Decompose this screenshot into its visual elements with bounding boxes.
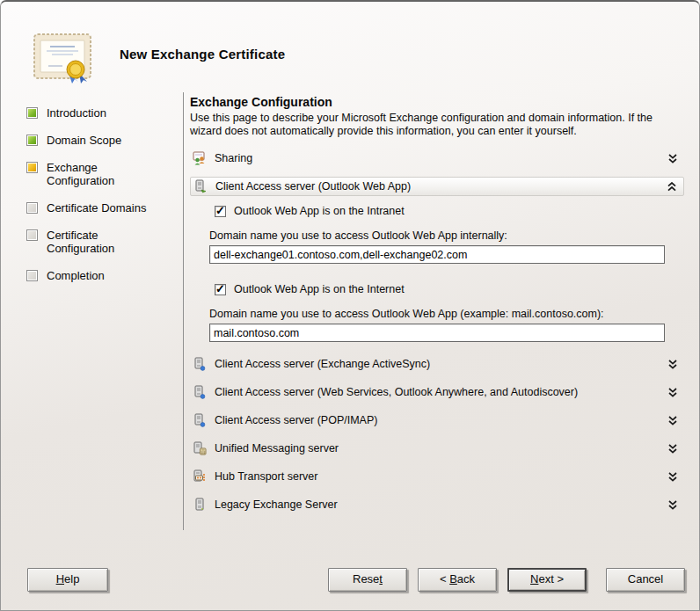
section-client-access-web-services[interactable]: Client Access server (Web Services, Outl… xyxy=(190,382,684,402)
checkmark-icon: ✓ xyxy=(215,204,225,217)
section-client-access-pop-imap[interactable]: Client Access server (POP/IMAP) xyxy=(190,411,684,430)
section-label: Client Access server (Outlook Web App) xyxy=(215,180,411,193)
sharing-icon xyxy=(193,151,207,165)
step-done-indicator xyxy=(26,135,38,146)
checkmark-icon: ✓ xyxy=(215,282,225,295)
owa-intranet-row: ✓ Outlook Web App is on the Intranet xyxy=(215,205,684,217)
expand-chevron-icon[interactable] xyxy=(668,444,677,454)
section-legacy-exchange[interactable]: Legacy Exchange Server xyxy=(190,495,684,514)
owa-intranet-checkbox[interactable]: ✓ xyxy=(215,206,226,217)
owa-internet-row: ✓ Outlook Web App is on the Internet xyxy=(215,283,684,295)
certificate-icon xyxy=(33,31,94,89)
section-label: Sharing xyxy=(215,152,252,164)
section-heading: Exchange Configuration xyxy=(190,95,684,109)
next-button[interactable]: Next > xyxy=(507,568,587,592)
expand-chevron-icon[interactable] xyxy=(668,472,677,482)
button-text: elp xyxy=(64,572,79,586)
main-panel: Exchange Configuration Use this page to … xyxy=(190,95,684,523)
cancel-button[interactable]: Cancel xyxy=(606,568,685,592)
step-label: Certificate Configuration xyxy=(47,229,161,255)
step-label: Certificate Domains xyxy=(47,201,146,215)
new-exchange-certificate-wizard: New Exchange Certificate Introduction Do… xyxy=(0,0,700,611)
owa-intranet-checkbox-label: Outlook Web App is on the Intranet xyxy=(234,205,405,217)
owa-section-content: ✓ Outlook Web App is on the Intranet Dom… xyxy=(190,205,684,342)
owa-internal-domain-input[interactable] xyxy=(209,245,665,264)
button-mnemonic: t xyxy=(379,572,383,586)
step-certificate-configuration: Certificate Configuration xyxy=(26,229,176,255)
section-label: Unified Messaging server xyxy=(215,442,339,455)
step-completion: Completion xyxy=(26,269,176,282)
client-access-server-icon xyxy=(193,179,208,193)
sidebar-divider xyxy=(183,92,184,530)
button-mnemonic: N xyxy=(530,572,538,586)
section-label: Client Access server (POP/IMAP) xyxy=(215,414,377,426)
collapse-chevron-icon[interactable] xyxy=(667,182,676,192)
expand-chevron-icon[interactable] xyxy=(668,360,677,369)
step-introduction: Introduction xyxy=(26,106,176,120)
owa-external-domain-input[interactable] xyxy=(209,324,665,342)
hub-transport-server-icon xyxy=(193,469,207,484)
step-domain-scope: Domain Scope xyxy=(26,134,176,147)
step-current-indicator xyxy=(26,162,38,173)
step-label: Exchange Configuration xyxy=(47,161,161,187)
section-label: Legacy Exchange Server xyxy=(215,498,338,511)
section-label: Client Access server (Web Services, Outl… xyxy=(215,386,578,398)
section-label: Hub Transport server xyxy=(215,470,317,483)
expand-chevron-icon[interactable] xyxy=(668,416,677,426)
expand-chevron-icon[interactable] xyxy=(668,154,677,164)
section-unified-messaging[interactable]: Unified Messaging server xyxy=(190,439,684,458)
section-sharing[interactable]: Sharing xyxy=(190,149,684,168)
button-text: ext > xyxy=(538,572,564,586)
reset-button[interactable]: Reset xyxy=(328,568,407,592)
wizard-steps: Introduction Domain Scope Exchange Confi… xyxy=(26,106,176,296)
expand-chevron-icon[interactable] xyxy=(668,500,677,510)
section-client-access-owa[interactable]: Client Access server (Outlook Web App) xyxy=(190,177,684,196)
help-button[interactable]: Help xyxy=(27,568,108,592)
section-description: Use this page to describe your Microsoft… xyxy=(190,112,672,138)
step-certificate-domains: Certificate Domains xyxy=(26,201,176,215)
button-text: < xyxy=(440,572,449,586)
step-exchange-configuration: Exchange Configuration xyxy=(26,161,176,187)
client-access-server-icon xyxy=(193,357,207,371)
button-text: Cancel xyxy=(628,572,663,586)
step-pending-indicator xyxy=(26,270,38,281)
step-pending-indicator xyxy=(26,229,38,241)
back-button[interactable]: < Back xyxy=(418,568,497,592)
step-label: Completion xyxy=(47,269,105,282)
step-label: Domain Scope xyxy=(47,134,121,147)
step-pending-indicator xyxy=(26,202,38,214)
button-mnemonic: B xyxy=(449,572,457,586)
step-label: Introduction xyxy=(47,106,106,120)
expand-chevron-icon[interactable] xyxy=(668,388,677,397)
section-hub-transport[interactable]: Hub Transport server xyxy=(190,467,684,486)
unified-messaging-server-icon xyxy=(193,441,207,455)
button-mnemonic: H xyxy=(56,572,64,586)
section-client-access-activesync[interactable]: Client Access server (Exchange ActiveSyn… xyxy=(190,354,684,374)
client-access-server-icon xyxy=(193,385,207,399)
button-text: ack xyxy=(457,572,475,586)
owa-internal-domain-label: Domain name you use to access Outlook We… xyxy=(209,229,684,242)
owa-external-domain-label: Domain name you use to access Outlook We… xyxy=(209,308,684,320)
button-text: Rese xyxy=(353,572,379,586)
legacy-server-icon xyxy=(193,498,207,512)
owa-internet-checkbox[interactable]: ✓ xyxy=(215,284,226,295)
owa-internet-checkbox-label: Outlook Web App is on the Internet xyxy=(234,283,405,295)
step-done-indicator xyxy=(26,107,38,119)
section-label: Client Access server (Exchange ActiveSyn… xyxy=(215,358,430,370)
client-access-server-icon xyxy=(193,413,207,427)
page-title: New Exchange Certificate xyxy=(120,47,285,62)
